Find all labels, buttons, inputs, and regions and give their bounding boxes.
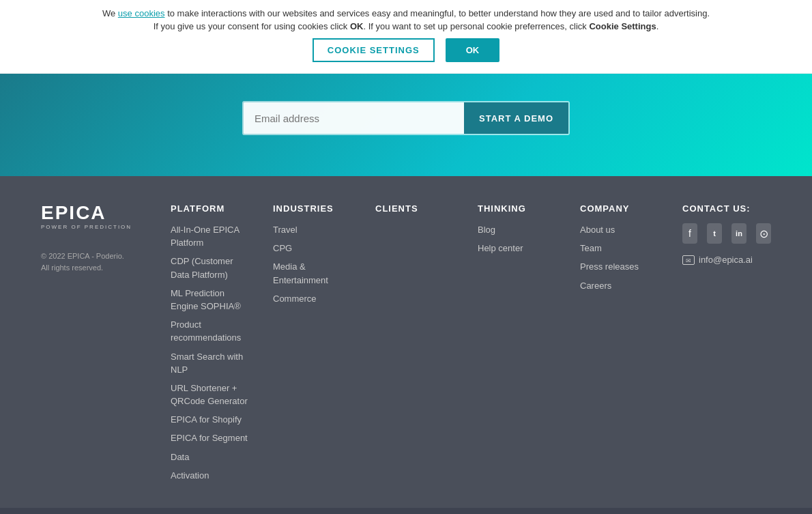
facebook-icon[interactable]: f — [682, 223, 697, 244]
cookie-line1: We use cookies to make interactions with… — [14, 8, 798, 18]
list-item: Travel — [273, 223, 355, 236]
list-item: Careers — [580, 279, 662, 292]
list-item: Help center — [478, 242, 560, 255]
company-heading: COMPANY — [580, 203, 662, 214]
platform-link[interactable]: Activation — [171, 470, 209, 481]
list-item: Data — [171, 451, 252, 463]
contact-email: ✉ info@epica.ai — [682, 255, 771, 265]
list-item: Activation — [171, 469, 252, 482]
footer: EPICA POWER OF PREDICTION © 2022 EPICA -… — [0, 176, 812, 508]
cookie-settings-button[interactable]: COOKIE SETTINGS — [313, 38, 435, 62]
list-item: URL Shortener + QRCode Generator — [171, 382, 252, 408]
list-item: Media & Entertainment — [273, 260, 355, 286]
industry-link[interactable]: Media & Entertainment — [273, 261, 328, 285]
cookie-line2: If you give us your consent for using co… — [14, 21, 798, 31]
cookie-buttons: COOKIE SETTINGS OK — [14, 38, 798, 62]
platform-link[interactable]: CDP (Customer Data Platform) — [171, 256, 233, 279]
platform-link[interactable]: Product recommendations — [171, 319, 241, 343]
use-cookies-link[interactable]: use cookies — [118, 8, 165, 18]
platform-list: All-In-One EPICA Platform CDP (Customer … — [171, 223, 252, 482]
email-icon: ✉ — [682, 255, 695, 265]
thinking-link[interactable]: Help center — [478, 243, 523, 253]
footer-copyright: © 2022 EPICA - Poderio. All rights reser… — [41, 251, 150, 273]
clients-heading: CLIENTS — [375, 203, 457, 214]
footer-contact-col: CONTACT US: f t in ⊙ ✉ info@epica.ai — [682, 203, 771, 487]
industry-link[interactable]: Travel — [273, 225, 298, 235]
company-list: About us Team Press releases Careers — [580, 223, 662, 292]
footer-platform-col: PLATFORM All-In-One EPICA Platform CDP (… — [171, 203, 252, 487]
list-item: Commerce — [273, 292, 355, 305]
hero-section: START A DEMO — [0, 74, 812, 176]
list-item: CPG — [273, 242, 355, 255]
company-link[interactable]: Press releases — [580, 261, 639, 272]
list-item: Press releases — [580, 260, 662, 273]
footer-bottom: Terms of Service (Eng) | Términos de Ser… — [0, 508, 812, 514]
thinking-heading: THINKING — [478, 203, 560, 214]
list-item: About us — [580, 223, 662, 236]
email-form: START A DEMO — [242, 101, 570, 135]
list-item: EPICA for Segment — [171, 431, 252, 444]
footer-inner: EPICA POWER OF PREDICTION © 2022 EPICA -… — [41, 203, 771, 487]
thinking-list: Blog Help center — [478, 223, 560, 255]
platform-heading: PLATFORM — [171, 203, 252, 214]
ok-button[interactable]: OK — [446, 38, 500, 62]
epica-logo: EPICA POWER OF PREDICTION — [41, 203, 150, 230]
platform-link[interactable]: ML Prediction Engine SOPHIA® — [171, 288, 241, 311]
list-item: CDP (Customer Data Platform) — [171, 255, 252, 281]
platform-link[interactable]: EPICA for Shopify — [171, 414, 242, 425]
company-link[interactable]: Careers — [580, 281, 611, 291]
company-link[interactable]: About us — [580, 225, 615, 235]
thinking-link[interactable]: Blog — [478, 225, 495, 235]
industry-link[interactable]: Commerce — [273, 294, 317, 304]
list-item: Smart Search with NLP — [171, 350, 252, 376]
logo-sub: POWER OF PREDICTION — [41, 224, 150, 230]
platform-link[interactable]: EPICA for Segment — [171, 433, 248, 443]
platform-link[interactable]: All-In-One EPICA Platform — [171, 225, 239, 248]
footer-thinking-col: THINKING Blog Help center — [478, 203, 560, 487]
footer-industries-col: INDUSTRIES Travel CPG Media & Entertainm… — [273, 203, 355, 487]
footer-clients-col: CLIENTS — [375, 203, 457, 487]
list-item: Product recommendations — [171, 318, 252, 344]
company-link-team[interactable]: Team — [580, 243, 602, 253]
contact-heading: CONTACT US: — [682, 203, 771, 214]
cookie-banner: We use cookies to make interactions with… — [0, 0, 812, 74]
footer-company-col: COMPANY About us Team Press releases Car… — [580, 203, 662, 487]
industries-heading: INDUSTRIES — [273, 203, 355, 214]
email-link[interactable]: info@epica.ai — [699, 255, 753, 265]
list-item: All-In-One EPICA Platform — [171, 223, 252, 249]
instagram-icon[interactable]: ⊙ — [756, 223, 771, 244]
email-input[interactable] — [244, 102, 464, 134]
start-demo-button[interactable]: START A DEMO — [464, 102, 568, 134]
industries-list: Travel CPG Media & Entertainment Commerc… — [273, 223, 355, 305]
industry-link[interactable]: CPG — [273, 243, 292, 253]
twitter-icon[interactable]: t — [707, 223, 722, 244]
platform-link[interactable]: Data — [171, 452, 189, 462]
social-icons: f t in ⊙ — [682, 223, 771, 244]
list-item: Blog — [478, 223, 560, 236]
linkedin-icon[interactable]: in — [731, 223, 746, 244]
list-item: ML Prediction Engine SOPHIA® — [171, 287, 252, 313]
footer-logo-col: EPICA POWER OF PREDICTION © 2022 EPICA -… — [41, 203, 150, 487]
platform-link[interactable]: Smart Search with NLP — [171, 352, 243, 375]
list-item: Team — [580, 242, 662, 255]
logo-text: EPICA — [41, 203, 150, 223]
platform-link[interactable]: URL Shortener + QRCode Generator — [171, 383, 248, 406]
list-item: EPICA for Shopify — [171, 413, 252, 426]
